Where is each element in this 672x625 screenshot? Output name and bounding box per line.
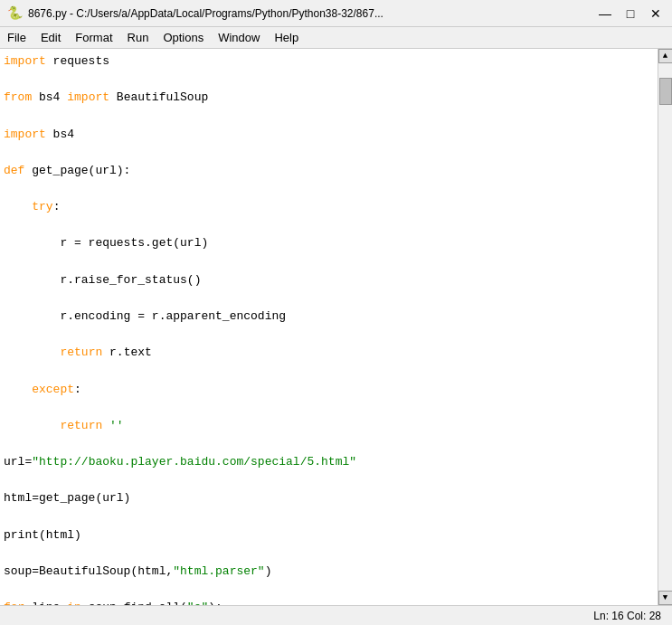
- status-bar: Ln: 16 Col: 28: [0, 605, 672, 625]
- scrollbar-thumb[interactable]: [659, 78, 672, 105]
- menu-edit[interactable]: Edit: [33, 27, 68, 48]
- menu-help[interactable]: Help: [267, 27, 306, 48]
- menu-format[interactable]: Format: [68, 27, 119, 48]
- menu-run[interactable]: Run: [120, 27, 156, 48]
- scroll-down-button[interactable]: ▼: [658, 591, 673, 605]
- scroll-up-button[interactable]: ▲: [658, 49, 673, 63]
- window-title: 8676.py - C:/Users/a/AppData/Local/Progr…: [28, 7, 383, 20]
- menu-file[interactable]: File: [0, 27, 33, 48]
- close-button[interactable]: ✕: [647, 6, 665, 21]
- scrollbar[interactable]: ▲ ▼: [658, 49, 672, 605]
- menu-options[interactable]: Options: [156, 27, 211, 48]
- minimize-button[interactable]: —: [596, 6, 614, 21]
- menu-window[interactable]: Window: [211, 27, 267, 48]
- menu-bar: File Edit Format Run Options Window Help: [0, 27, 672, 49]
- maximize-button[interactable]: □: [621, 6, 639, 21]
- code-editor[interactable]: import requests from bs4 import Beautifu…: [0, 49, 658, 605]
- cursor-position: Ln: 16 Col: 28: [593, 610, 661, 622]
- editor-container: import requests from bs4 import Beautifu…: [0, 49, 672, 605]
- title-bar: 🐍 8676.py - C:/Users/a/AppData/Local/Pro…: [0, 0, 672, 27]
- window-controls[interactable]: — □ ✕: [596, 6, 665, 21]
- app-icon: 🐍: [7, 5, 23, 21]
